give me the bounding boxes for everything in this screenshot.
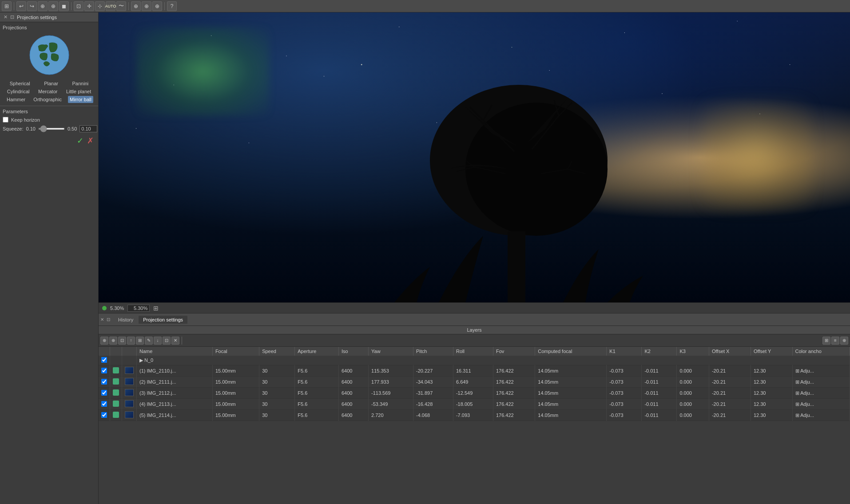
row-k1: -0.073 (607, 410, 642, 421)
anchor-icon: ⊞ (795, 413, 799, 418)
col-yaw[interactable]: Yaw (369, 347, 413, 356)
detach-panel-button[interactable]: ⊡ (10, 14, 14, 20)
col-roll[interactable]: Roll (453, 347, 493, 356)
tool5-icon[interactable]: ✛ (84, 1, 94, 11)
row-k3: 0.000 (677, 410, 709, 421)
tool6-icon[interactable]: ⊹ (95, 1, 105, 11)
row-color-anchor: ⊞ Adju... (792, 365, 850, 377)
group-expand-icon[interactable]: ▶ (139, 357, 143, 363)
layers-view-3[interactable]: ⊕ (840, 337, 848, 345)
layers-view-1[interactable]: ⊞ (822, 337, 830, 345)
app-menu-icon[interactable]: ⊞ (2, 1, 12, 11)
layers-tool-7[interactable]: ↓ (154, 337, 162, 345)
group-row[interactable]: ▶ N_0 (99, 356, 850, 365)
tool4-icon[interactable]: ⊡ (74, 1, 83, 11)
projection-pannini[interactable]: Pannini (71, 80, 91, 87)
tab-projection-settings[interactable]: Projection settings (139, 316, 187, 324)
col-speed[interactable]: Speed (259, 347, 295, 356)
row-yaw: 2.720 (369, 410, 413, 421)
table-row[interactable]: (3) IMG_2112.j... 15.00mm 30 F5.6 6400 -… (99, 388, 850, 399)
table-row[interactable]: (1) IMG_2110.j... 15.00mm 30 F5.6 6400 1… (99, 365, 850, 377)
col-aperture[interactable]: Aperture (295, 347, 339, 356)
separator (164, 2, 165, 10)
col-k3[interactable]: K3 (677, 347, 709, 356)
row-checkbox[interactable] (101, 368, 107, 373)
left-panel: ✕ ⊡ Projection settings Projections (0, 12, 99, 504)
layers-table-wrapper[interactable]: Name Focal Speed Aperture Iso Yaw Pitch … (99, 347, 850, 504)
layers-tool-1[interactable]: ⊕ (100, 337, 108, 345)
projection-mirror-ball[interactable]: Mirror ball (68, 96, 93, 103)
tool8-icon[interactable]: 〜 (116, 1, 126, 11)
layers-tool-6[interactable]: ✎ (145, 337, 153, 345)
tool3-icon[interactable]: ◼ (59, 1, 69, 11)
squeeze-input[interactable] (79, 125, 97, 132)
detach-bottom-panel-button[interactable]: ⊡ (107, 317, 110, 322)
zoom-input[interactable] (127, 305, 150, 312)
row-pitch: -34.043 (413, 377, 453, 388)
row-focal: 15.00mm (212, 365, 259, 377)
layers-tool-3[interactable]: ⊡ (118, 337, 126, 345)
col-offset-y[interactable]: Offset Y (751, 347, 792, 356)
tool9-icon[interactable]: ⊕ (131, 1, 141, 11)
layers-toolbar: ⊕ ⊕ ⊡ ↑ ⊞ ✎ ↓ ⊡ ✕ ⊞ ≡ ⊕ (99, 334, 850, 347)
col-k1[interactable]: K1 (607, 347, 642, 356)
group-checkbox[interactable] (101, 357, 107, 363)
layers-tool-4[interactable]: ↑ (127, 337, 135, 345)
keep-horizon-checkbox[interactable] (3, 117, 8, 123)
row-checkbox[interactable] (101, 379, 107, 385)
col-pitch[interactable]: Pitch (413, 347, 453, 356)
help-icon[interactable]: ? (167, 1, 177, 11)
table-row[interactable]: (2) IMG_2111.j... 15.00mm 30 F5.6 6400 1… (99, 377, 850, 388)
tab-history[interactable]: History (114, 316, 138, 324)
col-color-anchor[interactable]: Color ancho (792, 347, 850, 356)
layers-tool-5[interactable]: ⊞ (136, 337, 144, 345)
squeeze-slider[interactable] (38, 128, 65, 130)
layers-tool-8[interactable]: ⊡ (163, 337, 171, 345)
group-name: N_0 (144, 357, 153, 363)
row-color (110, 377, 122, 388)
tool2-icon[interactable]: ⊕ (48, 1, 58, 11)
row-checkbox[interactable] (101, 412, 107, 418)
projection-spherical[interactable]: Spherical (8, 80, 32, 87)
row-offset-x: -20.21 (709, 410, 751, 421)
projection-little-planet[interactable]: Little planet (64, 88, 93, 95)
image-viewer[interactable] (99, 12, 850, 302)
col-offset-x[interactable]: Offset X (709, 347, 751, 356)
row-thumbnail (125, 367, 134, 374)
layers-tool-2[interactable]: ⊕ (109, 337, 117, 345)
projection-orthographic[interactable]: Orthographic (32, 96, 64, 103)
bottom-tabs: ✕ ⊡ History Projection settings (99, 314, 850, 326)
row-roll: 16.311 (453, 365, 493, 377)
row-checkbox[interactable] (101, 390, 107, 396)
col-fov[interactable]: Fov (493, 347, 535, 356)
projection-mercator[interactable]: Mercator (36, 88, 59, 95)
row-checkbox[interactable] (101, 401, 107, 407)
tool1-icon[interactable]: ⊕ (38, 1, 48, 11)
confirm-button[interactable]: ✓ (77, 136, 83, 146)
row-iso: 6400 (339, 377, 369, 388)
layers-view-2[interactable]: ≡ (831, 337, 839, 345)
redo-icon[interactable]: ↪ (27, 1, 37, 11)
layers-tool-9[interactable]: ✕ (171, 337, 179, 345)
projection-cylindrical[interactable]: Cylindrical (5, 88, 32, 95)
close-panel-button[interactable]: ✕ (4, 14, 8, 20)
tool11-icon[interactable]: ⊕ (152, 1, 162, 11)
row-computed-focal: 14.05mm (535, 377, 607, 388)
projection-planar[interactable]: Planar (42, 80, 60, 87)
row-color-anchor: ⊞ Adju... (792, 399, 850, 410)
table-row[interactable]: (5) IMG_2114.j... 15.00mm 30 F5.6 6400 2… (99, 410, 850, 421)
undo-icon[interactable]: ↩ (16, 1, 26, 11)
tool7-icon[interactable]: AUTO (106, 1, 115, 11)
action-buttons: ✓ ✗ (3, 136, 95, 146)
zoom-stepper[interactable]: ⊞ (153, 305, 159, 312)
projection-hammer[interactable]: Hammer (5, 96, 27, 103)
close-bottom-panel-button[interactable]: ✕ (100, 317, 104, 322)
cancel-button[interactable]: ✗ (87, 136, 94, 146)
tool10-icon[interactable]: ⊕ (142, 1, 151, 11)
col-k2[interactable]: K2 (642, 347, 677, 356)
table-row[interactable]: (4) IMG_2113.j... 15.00mm 30 F5.6 6400 -… (99, 399, 850, 410)
col-computed-focal[interactable]: Computed focal (535, 347, 607, 356)
col-focal[interactable]: Focal (212, 347, 259, 356)
col-iso[interactable]: Iso (339, 347, 369, 356)
col-name[interactable]: Name (137, 347, 213, 356)
